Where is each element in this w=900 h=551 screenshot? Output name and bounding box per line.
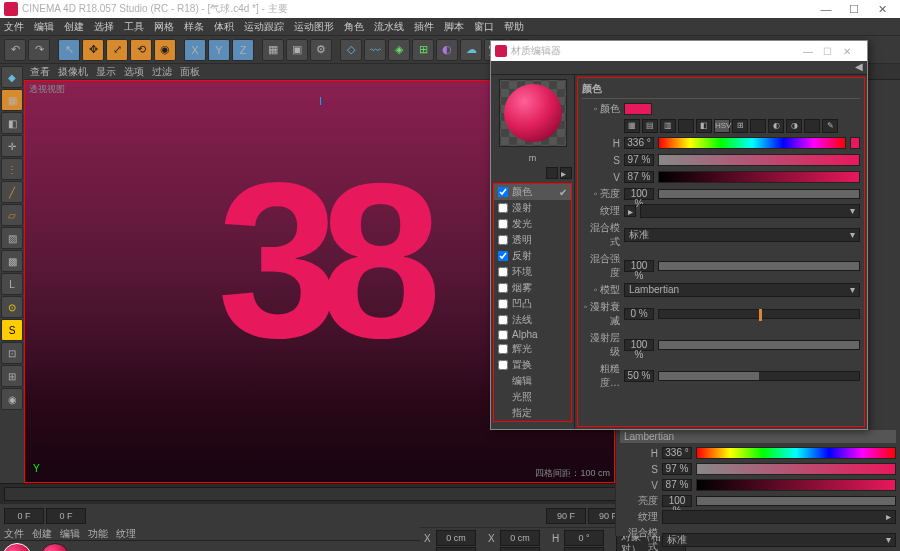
colormode-7-icon[interactable]: ◐ (768, 119, 784, 133)
mat-menu-create[interactable]: 创建 (32, 527, 52, 540)
brightness-slider[interactable] (658, 189, 860, 199)
pos-x-field[interactable]: 0 cm (436, 530, 476, 546)
redo-button[interactable]: ↷ (28, 39, 50, 61)
lasttool[interactable]: ◉ (154, 39, 176, 61)
attr-s-field[interactable]: 97 % (662, 463, 692, 475)
model-dropdown[interactable]: Lambertian▾ (624, 283, 860, 297)
dialog-nav-icon[interactable]: ◀ (855, 61, 863, 74)
poly-mode[interactable]: ▱ (1, 204, 23, 226)
channel-bump-checkbox[interactable] (498, 299, 508, 309)
colormode-2-icon[interactable]: ▤ (642, 119, 658, 133)
colormode-4-icon[interactable]: ◧ (696, 119, 712, 133)
channel-reflectance-checkbox[interactable] (498, 251, 508, 261)
vp-menu-display[interactable]: 显示 (96, 65, 116, 79)
rotate-tool[interactable]: ⟲ (130, 39, 152, 61)
texture-arrow-icon[interactable]: ▸ (624, 205, 636, 217)
channel-color[interactable]: 颜色✔ (494, 184, 571, 200)
minimize-button[interactable]: — (812, 3, 840, 15)
point-mode[interactable]: ⋮ (1, 158, 23, 180)
attr-bright-field[interactable]: 100 % (662, 495, 692, 507)
channel-alpha-checkbox[interactable] (498, 330, 508, 340)
falloff-slider[interactable] (658, 309, 860, 319)
eyedropper-icon[interactable]: ✎ (822, 119, 838, 133)
preview-lock-icon[interactable] (546, 167, 558, 179)
material-slot-1[interactable]: m (2, 543, 36, 551)
attr-v-field[interactable]: 87 % (662, 479, 692, 491)
difflevel-slider[interactable] (658, 340, 860, 350)
attr-blendmode-dropdown[interactable]: 标准▾ (662, 533, 896, 547)
object-mode[interactable]: ◧ (1, 112, 23, 134)
maximize-button[interactable]: ☐ (840, 3, 868, 16)
menu-mesh[interactable]: 网格 (154, 20, 174, 34)
sat-field[interactable]: 97 % (624, 154, 654, 166)
move-tool[interactable]: ✥ (82, 39, 104, 61)
undo-button[interactable]: ↶ (4, 39, 26, 61)
falloff-field[interactable]: 0 % (624, 308, 654, 320)
difflevel-field[interactable]: 100 % (624, 339, 654, 351)
color-swatch[interactable] (624, 103, 652, 115)
channel-diffuse[interactable]: 漫射 (494, 200, 571, 216)
menu-motiontrack[interactable]: 运动跟踪 (244, 20, 284, 34)
prim-array-button[interactable]: ⊞ (412, 39, 434, 61)
channel-bump[interactable]: 凹凸 (494, 296, 571, 312)
attr-h-field[interactable]: 336 ° (662, 447, 692, 459)
menu-pipeline[interactable]: 流水线 (374, 20, 404, 34)
attr-texture-dropdown[interactable]: ▸ (662, 510, 896, 524)
attr-val-slider[interactable] (696, 479, 896, 491)
roughness-field[interactable]: 50 % (624, 370, 654, 382)
quantize-toggle[interactable]: ⊡ (1, 342, 23, 364)
menu-create[interactable]: 创建 (64, 20, 84, 34)
attr-hue-slider[interactable] (696, 447, 896, 459)
channel-displacement[interactable]: 置换 (494, 357, 571, 373)
mat-menu-func[interactable]: 功能 (88, 527, 108, 540)
menu-plugins[interactable]: 插件 (414, 20, 434, 34)
frame-current-field[interactable]: 0 F (46, 508, 86, 524)
channel-illumination[interactable]: 光照 (494, 389, 571, 405)
prim-deformer-button[interactable]: ◐ (436, 39, 458, 61)
val-slider[interactable] (658, 171, 860, 183)
channel-color-checkbox[interactable] (498, 187, 508, 197)
prim-env-button[interactable]: ☁ (460, 39, 482, 61)
material-slot-2[interactable]: 材质 (40, 543, 74, 551)
frame-start-field[interactable]: 0 F (4, 508, 44, 524)
dialog-maximize-button[interactable]: ☐ (823, 46, 843, 57)
colormode-1-icon[interactable]: ▦ (624, 119, 640, 133)
size-y-field[interactable]: 0 cm (500, 547, 540, 551)
workplane-lock[interactable]: ⊞ (1, 365, 23, 387)
menu-volume[interactable]: 体积 (214, 20, 234, 34)
close-button[interactable]: ✕ (868, 3, 896, 16)
texture-dropdown[interactable]: ▾ (640, 204, 860, 218)
menu-tools[interactable]: 工具 (124, 20, 144, 34)
menu-window[interactable]: 窗口 (474, 20, 494, 34)
mat-menu-edit[interactable]: 编辑 (60, 527, 80, 540)
colormode-6-icon[interactable]: ⊞ (732, 119, 748, 133)
channel-editor[interactable]: 编辑 (494, 373, 571, 389)
channel-fog[interactable]: 烟雾 (494, 280, 571, 296)
roughness-slider[interactable] (658, 371, 860, 381)
uv-mode[interactable]: ▨ (1, 227, 23, 249)
channel-luminance[interactable]: 发光 (494, 216, 571, 232)
axis-z-toggle[interactable]: Z (232, 39, 254, 61)
mat-menu-tex[interactable]: 纹理 (116, 527, 136, 540)
workplane-mode[interactable]: L (1, 273, 23, 295)
hue-field[interactable]: 336 ° (624, 137, 654, 149)
channel-transparency[interactable]: 透明 (494, 232, 571, 248)
menu-file[interactable]: 文件 (4, 20, 24, 34)
menu-character[interactable]: 角色 (344, 20, 364, 34)
vp-menu-filter[interactable]: 过滤 (152, 65, 172, 79)
vp-menu-view[interactable]: 查看 (30, 65, 50, 79)
channel-reflectance[interactable]: 反射 (494, 248, 571, 264)
colormode-8-icon[interactable]: ◑ (786, 119, 802, 133)
dialog-titlebar[interactable]: 材质编辑器 — ☐ ✕ (491, 41, 867, 61)
render-view-button[interactable]: ▦ (262, 39, 284, 61)
snap-toggle[interactable]: ⊙ (1, 296, 23, 318)
attr-sat-slider[interactable] (696, 463, 896, 475)
menu-mograph[interactable]: 运动图形 (294, 20, 334, 34)
size-x-field[interactable]: 0 cm (500, 530, 540, 546)
axis-mode[interactable]: ✛ (1, 135, 23, 157)
channel-normal-checkbox[interactable] (498, 315, 508, 325)
frame-end-field[interactable]: 90 F (546, 508, 586, 524)
channel-fog-checkbox[interactable] (498, 283, 508, 293)
sat-slider[interactable] (658, 154, 860, 166)
material-preview[interactable] (499, 79, 567, 147)
